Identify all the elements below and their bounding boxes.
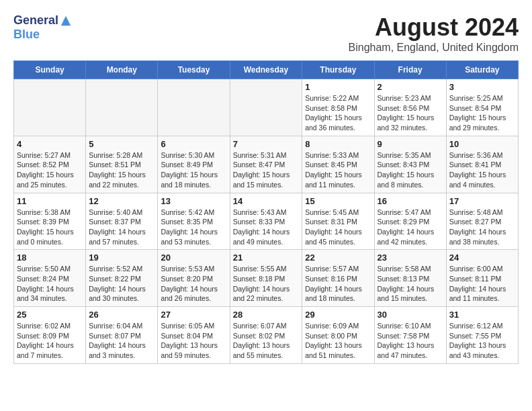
calendar-cell: 28Sunrise: 6:07 AM Sunset: 8:02 PM Dayli… (230, 307, 302, 364)
calendar-cell: 30Sunrise: 6:10 AM Sunset: 7:58 PM Dayli… (374, 307, 446, 364)
day-number: 21 (233, 253, 300, 263)
calendar-cell: 18Sunrise: 5:50 AM Sunset: 8:24 PM Dayli… (14, 250, 86, 307)
calendar-cell: 7Sunrise: 5:31 AM Sunset: 8:47 PM Daylig… (230, 136, 302, 193)
calendar-cell: 16Sunrise: 5:47 AM Sunset: 8:29 PM Dayli… (374, 193, 446, 250)
day-number: 13 (161, 196, 226, 206)
day-number: 29 (305, 310, 371, 320)
day-number: 5 (89, 139, 154, 149)
month-year-title: August 2024 (349, 13, 519, 42)
cell-sun-info: Sunrise: 5:57 AM Sunset: 8:16 PM Dayligh… (305, 264, 371, 304)
cell-sun-info: Sunrise: 5:33 AM Sunset: 8:45 PM Dayligh… (305, 150, 371, 190)
day-number: 1 (305, 82, 371, 92)
calendar-cell: 1Sunrise: 5:22 AM Sunset: 8:58 PM Daylig… (302, 79, 374, 136)
svg-marker-0 (61, 15, 71, 25)
calendar-cell (86, 79, 158, 136)
cell-sun-info: Sunrise: 5:43 AM Sunset: 8:33 PM Dayligh… (233, 208, 300, 247)
cell-sun-info: Sunrise: 6:02 AM Sunset: 8:09 PM Dayligh… (17, 321, 83, 361)
calendar-week-row: 4Sunrise: 5:27 AM Sunset: 8:52 PM Daylig… (14, 136, 519, 193)
calendar-cell: 27Sunrise: 6:05 AM Sunset: 8:04 PM Dayli… (158, 307, 230, 364)
cell-sun-info: Sunrise: 6:00 AM Sunset: 8:11 PM Dayligh… (449, 264, 515, 304)
cell-sun-info: Sunrise: 5:40 AM Sunset: 8:37 PM Dayligh… (89, 208, 154, 247)
day-number: 26 (89, 310, 154, 320)
calendar-cell: 13Sunrise: 5:42 AM Sunset: 8:35 PM Dayli… (158, 193, 230, 250)
calendar-week-row: 11Sunrise: 5:38 AM Sunset: 8:39 PM Dayli… (14, 193, 519, 250)
day-number: 20 (161, 253, 226, 263)
day-number: 31 (449, 310, 515, 320)
calendar-cell: 3Sunrise: 5:25 AM Sunset: 8:54 PM Daylig… (446, 79, 518, 136)
day-number: 28 (233, 310, 300, 320)
logo-icon (60, 15, 72, 27)
calendar-cell: 31Sunrise: 6:12 AM Sunset: 7:55 PM Dayli… (446, 307, 518, 364)
calendar-cell: 2Sunrise: 5:23 AM Sunset: 8:56 PM Daylig… (374, 79, 446, 136)
cell-sun-info: Sunrise: 5:30 AM Sunset: 8:49 PM Dayligh… (161, 150, 226, 190)
cell-sun-info: Sunrise: 6:07 AM Sunset: 8:02 PM Dayligh… (233, 321, 300, 361)
calendar-cell (14, 79, 86, 136)
cell-sun-info: Sunrise: 6:09 AM Sunset: 8:00 PM Dayligh… (305, 321, 371, 361)
cell-sun-info: Sunrise: 6:12 AM Sunset: 7:55 PM Dayligh… (449, 321, 515, 361)
day-number: 18 (17, 253, 83, 263)
cell-sun-info: Sunrise: 6:05 AM Sunset: 8:04 PM Dayligh… (161, 321, 226, 361)
cell-sun-info: Sunrise: 5:23 AM Sunset: 8:56 PM Dayligh… (378, 93, 443, 133)
cell-sun-info: Sunrise: 5:58 AM Sunset: 8:13 PM Dayligh… (378, 264, 443, 304)
day-header-monday: Monday (86, 61, 158, 79)
calendar-cell: 14Sunrise: 5:43 AM Sunset: 8:33 PM Dayli… (230, 193, 302, 250)
day-number: 2 (378, 82, 443, 92)
cell-sun-info: Sunrise: 5:27 AM Sunset: 8:52 PM Dayligh… (17, 150, 83, 190)
day-number: 9 (378, 139, 443, 149)
calendar-week-row: 18Sunrise: 5:50 AM Sunset: 8:24 PM Dayli… (14, 250, 519, 307)
day-header-wednesday: Wednesday (230, 61, 302, 79)
day-number: 7 (233, 139, 300, 149)
calendar-week-row: 1Sunrise: 5:22 AM Sunset: 8:58 PM Daylig… (14, 79, 519, 136)
logo: General Blue (13, 13, 72, 42)
cell-sun-info: Sunrise: 5:25 AM Sunset: 8:54 PM Dayligh… (449, 93, 515, 133)
day-number: 16 (378, 196, 443, 206)
calendar-cell: 15Sunrise: 5:45 AM Sunset: 8:31 PM Dayli… (302, 193, 374, 250)
calendar-cell: 26Sunrise: 6:04 AM Sunset: 8:07 PM Dayli… (86, 307, 158, 364)
days-header-row: SundayMondayTuesdayWednesdayThursdayFrid… (14, 61, 519, 79)
day-number: 22 (305, 253, 371, 263)
calendar-cell: 24Sunrise: 6:00 AM Sunset: 8:11 PM Dayli… (446, 250, 518, 307)
cell-sun-info: Sunrise: 6:04 AM Sunset: 8:07 PM Dayligh… (89, 321, 154, 361)
calendar-cell: 21Sunrise: 5:55 AM Sunset: 8:18 PM Dayli… (230, 250, 302, 307)
day-number: 15 (305, 196, 371, 206)
calendar-cell: 22Sunrise: 5:57 AM Sunset: 8:16 PM Dayli… (302, 250, 374, 307)
calendar-cell: 12Sunrise: 5:40 AM Sunset: 8:37 PM Dayli… (86, 193, 158, 250)
cell-sun-info: Sunrise: 5:50 AM Sunset: 8:24 PM Dayligh… (17, 264, 83, 304)
day-header-tuesday: Tuesday (158, 61, 230, 79)
calendar-cell: 5Sunrise: 5:28 AM Sunset: 8:51 PM Daylig… (86, 136, 158, 193)
day-number: 27 (161, 310, 226, 320)
day-number: 17 (449, 196, 515, 206)
day-number: 24 (449, 253, 515, 263)
calendar-cell: 19Sunrise: 5:52 AM Sunset: 8:22 PM Dayli… (86, 250, 158, 307)
calendar-cell: 9Sunrise: 5:35 AM Sunset: 8:43 PM Daylig… (374, 136, 446, 193)
page-header: General Blue August 2024 Bingham, Englan… (13, 13, 519, 54)
cell-sun-info: Sunrise: 5:31 AM Sunset: 8:47 PM Dayligh… (233, 150, 300, 190)
cell-sun-info: Sunrise: 5:48 AM Sunset: 8:27 PM Dayligh… (449, 208, 515, 247)
day-number: 3 (449, 82, 515, 92)
cell-sun-info: Sunrise: 5:47 AM Sunset: 8:29 PM Dayligh… (378, 208, 443, 247)
day-number: 10 (449, 139, 515, 149)
calendar-cell: 20Sunrise: 5:53 AM Sunset: 8:20 PM Dayli… (158, 250, 230, 307)
cell-sun-info: Sunrise: 5:55 AM Sunset: 8:18 PM Dayligh… (233, 264, 300, 304)
cell-sun-info: Sunrise: 6:10 AM Sunset: 7:58 PM Dayligh… (378, 321, 443, 361)
calendar-cell (230, 79, 302, 136)
calendar-cell: 6Sunrise: 5:30 AM Sunset: 8:49 PM Daylig… (158, 136, 230, 193)
calendar-table: SundayMondayTuesdayWednesdayThursdayFrid… (13, 60, 519, 364)
day-header-saturday: Saturday (446, 61, 518, 79)
calendar-week-row: 25Sunrise: 6:02 AM Sunset: 8:09 PM Dayli… (14, 307, 519, 364)
day-number: 12 (89, 196, 154, 206)
calendar-cell: 8Sunrise: 5:33 AM Sunset: 8:45 PM Daylig… (302, 136, 374, 193)
location-subtitle: Bingham, England, United Kingdom (349, 42, 519, 54)
cell-sun-info: Sunrise: 5:38 AM Sunset: 8:39 PM Dayligh… (17, 208, 83, 247)
day-number: 4 (17, 139, 83, 149)
cell-sun-info: Sunrise: 5:28 AM Sunset: 8:51 PM Dayligh… (89, 150, 154, 190)
day-number: 23 (378, 253, 443, 263)
cell-sun-info: Sunrise: 5:35 AM Sunset: 8:43 PM Dayligh… (378, 150, 443, 190)
day-number: 8 (305, 139, 371, 149)
day-number: 11 (17, 196, 83, 206)
day-header-sunday: Sunday (14, 61, 86, 79)
logo-blue-text: Blue (13, 28, 40, 42)
cell-sun-info: Sunrise: 5:45 AM Sunset: 8:31 PM Dayligh… (305, 208, 371, 247)
day-number: 25 (17, 310, 83, 320)
calendar-cell: 25Sunrise: 6:02 AM Sunset: 8:09 PM Dayli… (14, 307, 86, 364)
